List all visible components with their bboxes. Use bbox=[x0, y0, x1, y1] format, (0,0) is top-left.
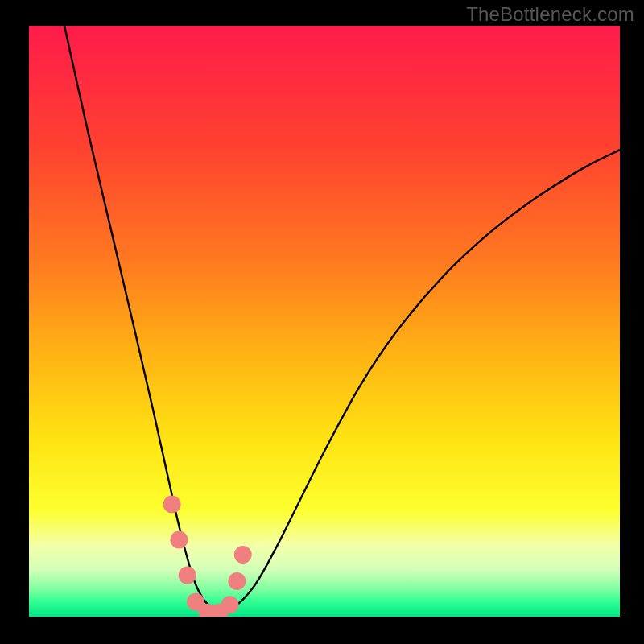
marker-dot bbox=[163, 496, 181, 514]
marker-dot bbox=[234, 546, 252, 564]
marker-dot bbox=[221, 596, 239, 613]
marker-dot bbox=[179, 567, 196, 584]
marker-dot bbox=[170, 531, 188, 549]
chart-frame: { "watermark": "TheBottleneck.com", "cha… bbox=[0, 0, 644, 644]
bottleneck-chart bbox=[0, 0, 644, 644]
marker-dot bbox=[228, 572, 246, 590]
watermark-text: TheBottleneck.com bbox=[466, 3, 634, 26]
gradient-background bbox=[29, 26, 620, 617]
